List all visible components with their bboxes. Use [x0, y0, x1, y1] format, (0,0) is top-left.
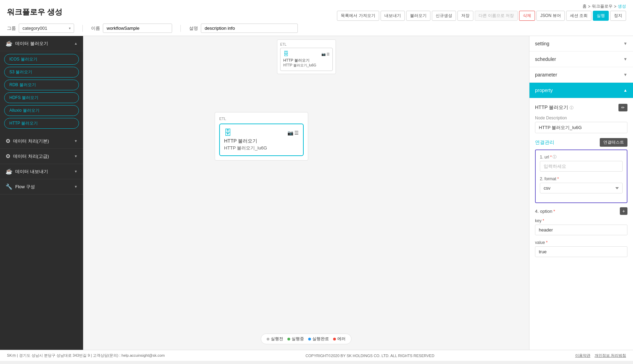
status-error-label: 에러 — [337, 336, 346, 342]
page-title: 워크플로우 생성 — [7, 7, 62, 17]
desc-input[interactable] — [201, 24, 298, 33]
new-btn[interactable]: 신규생성 — [432, 11, 456, 21]
connection-section: 연결관리 연결테스트 — [535, 138, 627, 147]
sidebar-section-process-advanced[interactable]: ⚙ 데이터 처리(고급) ▼ — [0, 149, 83, 164]
name-input[interactable] — [103, 24, 172, 33]
panel-setting-chevron: ▼ — [623, 41, 627, 46]
breadcrumb-home[interactable]: 홈 — [582, 3, 587, 9]
save-as-btn[interactable]: 다른 이름으로 저장 — [475, 11, 518, 21]
value-input[interactable] — [535, 246, 627, 257]
format-required: * — [557, 176, 559, 181]
session-view-btn[interactable]: 세션 조회 — [566, 11, 591, 21]
format-label: 2. format * — [540, 176, 623, 181]
footer-company: SK㈜ | 경기도 성남시 분당구 성남대로 343번길 9 | 고객상담(문의… — [7, 353, 165, 358]
status-complete-label: 실행완료 — [312, 336, 329, 342]
panel-setting-header[interactable]: setting ▼ — [529, 36, 633, 52]
save-btn[interactable]: 저장 — [457, 11, 473, 21]
data-load-chevron: ▲ — [74, 42, 78, 45]
data-load-items: ICOS 불러오기 S3 불러오기 RDB 불러오기 HDFS 불러오기 All… — [0, 51, 83, 134]
node-camera-icon-small[interactable]: 📷 — [321, 52, 326, 56]
breadcrumb-workflow[interactable]: 워크플로우 — [592, 3, 613, 9]
property-box: 1. url * ⓘ 2. format * csv json x — [535, 149, 627, 203]
url-input[interactable] — [540, 161, 623, 172]
stop-btn[interactable]: 정지 — [610, 11, 626, 21]
status-running: 실행중 — [287, 336, 304, 342]
footer-terms[interactable]: 이용약관 — [575, 353, 590, 358]
etl-label-small: ETL — [280, 43, 333, 46]
export-btn[interactable]: 내보내기 — [381, 11, 405, 21]
option-header: 4. option * + — [535, 207, 627, 215]
format-select[interactable]: csv json xml txt — [540, 183, 623, 193]
panel-parameter-chevron: ▼ — [623, 72, 627, 77]
group-field: 그룹 category001 — [7, 24, 74, 33]
panel-property-title: property — [535, 88, 553, 93]
key-field-group: key * — [535, 218, 627, 235]
breadcrumb-create: 생성 — [618, 3, 626, 9]
sidebar-section-process-basic[interactable]: ⚙ 데이터 처리(기본) ▼ — [0, 134, 83, 149]
sidebar-item-http[interactable]: HTTP 불러오기 — [4, 118, 79, 129]
breadcrumb-sep1: > — [588, 4, 590, 9]
panel-property-header[interactable]: property ▲ — [529, 83, 633, 98]
option-section: 4. option * + key * value — [535, 207, 627, 257]
export-chevron: ▼ — [74, 170, 78, 173]
panel-scheduler-header[interactable]: scheduler ▼ — [529, 52, 633, 67]
etl-inner-node-main[interactable]: 🗄 📷 ☰ HTTP 불러오기 HTTP 불러오기_lu6G — [219, 124, 304, 156]
node-desc-input[interactable] — [535, 122, 627, 133]
import-btn[interactable]: 목록에서 가져오기 — [337, 11, 379, 21]
main-layout: ☕ 데이터 불러오기 ▲ ICOS 불러오기 S3 불러오기 RDB 불러오기 … — [0, 36, 633, 350]
name-label: 이름 — [91, 25, 100, 31]
footer-privacy[interactable]: 개인정보 처리방침 — [595, 353, 626, 358]
panel-parameter-header[interactable]: parameter ▼ — [529, 67, 633, 83]
group-select[interactable]: category001 — [19, 24, 74, 33]
load-btn[interactable]: 불러오기 — [406, 11, 430, 21]
breadcrumb-sep2: > — [614, 4, 616, 9]
node-db-icon-main: 🗄 — [224, 128, 232, 137]
url-info-icon[interactable]: ⓘ — [553, 154, 556, 160]
panel-scheduler-title: scheduler — [535, 56, 556, 62]
sidebar-item-s3[interactable]: S3 불러오기 — [4, 67, 79, 78]
url-label: 1. url * ⓘ — [540, 154, 623, 160]
node-list-icon-small[interactable]: ☰ — [327, 52, 330, 56]
node-camera-icon-main[interactable]: 📷 — [287, 130, 293, 136]
footer: SK㈜ | 경기도 성남시 분당구 성남대로 343번길 9 | 고객상담(문의… — [0, 350, 633, 361]
key-input[interactable] — [535, 225, 627, 235]
sidebar-item-alluxio[interactable]: Alluxio 불러오기 — [4, 105, 79, 116]
data-load-label: 데이터 불러오기 — [15, 40, 48, 47]
name-field: 이름 — [91, 24, 172, 33]
delete-btn[interactable]: 삭제 — [519, 11, 535, 21]
node-title-label: HTTP 불러오기 ⓘ — [535, 104, 573, 111]
canvas: ETL 🗄 📷 ☰ HTTP 불러오기 HTTP 불러오기_lu6G ETL — [83, 36, 529, 350]
etl-node-main: ETL 🗄 📷 ☰ HTTP 불러오기 HTTP 불러오기_lu6G — [215, 112, 308, 161]
node-desc-label: Node Description — [535, 116, 627, 120]
sidebar-item-hdfs[interactable]: HDFS 불러오기 — [4, 92, 79, 103]
node-edit-btn[interactable]: ✏ — [618, 104, 627, 111]
status-waiting-label: 실행전 — [271, 336, 283, 342]
value-field-group: value * — [535, 240, 627, 257]
connection-test-btn[interactable]: 연결테스트 — [600, 138, 627, 147]
footer-links: 이용약관 개인정보 처리방침 — [575, 353, 626, 358]
etl-label-main: ETL — [219, 117, 304, 121]
node-list-icon-main[interactable]: ☰ — [294, 130, 299, 136]
canvas-inner[interactable]: ETL 🗄 📷 ☰ HTTP 불러오기 HTTP 불러오기_lu6G ETL — [83, 36, 529, 350]
breadcrumb: 홈 > 워크플로우 > 생성 — [582, 3, 626, 9]
json-view-btn[interactable]: JSON 뷰어 — [536, 11, 564, 21]
run-btn[interactable]: 실행 — [593, 11, 609, 21]
etl-inner-node-small[interactable]: 🗄 📷 ☰ HTTP 불러오기 HTTP 불러오기_lu6G — [280, 48, 333, 71]
node-title-row: HTTP 불러오기 ⓘ ✏ — [535, 104, 627, 111]
option-add-btn[interactable]: + — [620, 207, 627, 215]
process-advanced-icon: ⚙ — [6, 153, 10, 160]
footer-copyright: COPYRIGHT©2020 BY SK HOLDINGS CO. LTD. A… — [305, 354, 434, 358]
export-section-icon: ☕ — [6, 168, 12, 175]
sidebar-item-icos[interactable]: ICOS 불러오기 — [4, 54, 79, 65]
sidebar-item-rdb[interactable]: RDB 불러오기 — [4, 80, 79, 90]
sidebar-section-data-load[interactable]: ☕ 데이터 불러오기 ▲ — [0, 36, 83, 51]
process-advanced-label: 데이터 처리(고급) — [13, 153, 49, 160]
dot-running — [287, 338, 290, 340]
node-title-info-icon[interactable]: ⓘ — [570, 105, 573, 110]
process-basic-label: 데이터 처리(기본) — [13, 138, 49, 144]
status-waiting: 실행전 — [267, 336, 283, 342]
sidebar-section-export[interactable]: ☕ 데이터 내보내기 ▼ — [0, 164, 83, 179]
sidebar-section-flow[interactable]: 🔧 Flow 구성 ▼ — [0, 179, 83, 194]
key-label: key * — [535, 218, 627, 223]
status-error: 에러 — [333, 336, 346, 342]
